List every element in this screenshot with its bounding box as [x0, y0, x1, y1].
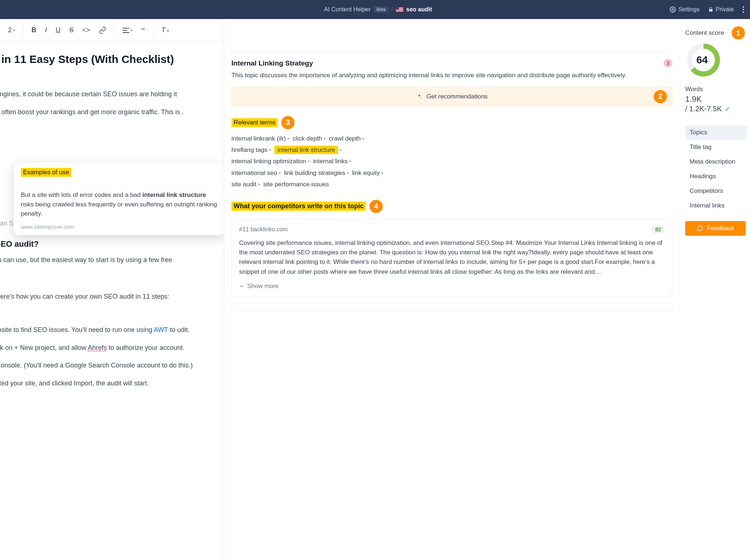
content-score-label: Content score — [685, 29, 724, 37]
term[interactable]: internal linkrank (ilr) — [231, 135, 286, 142]
paragraph: ell in search engines, it could be becau… — [0, 89, 224, 100]
sidebar-item-meta-description[interactable]: Meta description — [685, 154, 747, 169]
sidebar-item-competitors[interactable]: Competitors — [685, 184, 747, 198]
annotation-badge-2: 2 — [654, 90, 667, 103]
paragraph: Google, selected your site, and clicked … — [0, 378, 224, 389]
popover-label: Examples of use — [21, 168, 71, 177]
annotation-badge-3: 3 — [281, 116, 294, 129]
relevant-terms-header: Relevant terms 3 — [231, 116, 672, 129]
term[interactable]: hreflang tags — [231, 146, 267, 153]
sidebar-nav: Topics Title tag Meta description Headin… — [685, 125, 750, 213]
term[interactable]: internal linking optimization — [231, 158, 306, 165]
example-source: www.siteimprove.com — [21, 224, 218, 230]
caret-down-icon: ▾ — [131, 28, 133, 32]
chevron-down-icon — [239, 284, 244, 289]
heading: ? — [0, 126, 224, 139]
clear-format-button[interactable]: Tx — [158, 23, 173, 37]
document-title: O Audit in 11 Easy Steps (With Checklist… — [0, 51, 224, 68]
sidebar-item-headings[interactable]: Headings — [685, 169, 747, 184]
paragraph: ll optl prov — [0, 143, 224, 165]
example-text: But a site with lots of error codes and … — [21, 190, 218, 219]
term[interactable]: site audit — [231, 181, 256, 188]
feedback-label: Feedback — [707, 225, 734, 232]
keyword[interactable]: seo audit — [406, 6, 432, 13]
toolbar-separator — [114, 25, 115, 36]
breadcrumb-slash: / — [391, 6, 393, 13]
private-button[interactable]: Private — [708, 6, 734, 13]
competitor-text: Covering site performance issues, intern… — [239, 238, 665, 277]
flag-icon — [396, 7, 403, 12]
words-range: / 1.2K-7.5K ✓ — [685, 105, 750, 113]
paragraph: cans your website to find SEO issues. Yo… — [0, 325, 224, 335]
beta-pill: Beta — [374, 6, 389, 13]
bold-button[interactable]: B — [28, 23, 40, 37]
term[interactable]: link building strategies — [284, 169, 345, 176]
align-button[interactable]: ▾ — [119, 25, 136, 36]
underline-button[interactable]: U — [52, 23, 64, 37]
term[interactable]: internal links — [313, 158, 348, 165]
competitors-header: What your competitors write on this topi… — [231, 200, 672, 213]
italic-button[interactable]: I — [41, 23, 51, 37]
relevant-terms-label: Relevant terms — [231, 118, 278, 127]
top-bar: AI Content Helper Beta / seo audit Setti… — [0, 0, 750, 19]
feedback-button[interactable]: Feedback — [685, 221, 746, 236]
private-label: Private — [716, 6, 734, 13]
topic-header: Internal Linking Strategy 3 — [231, 51, 672, 68]
heading: dit — [0, 274, 224, 287]
annotation-badge-4: 4 — [370, 200, 383, 213]
byline: by Ryan Law — [0, 70, 224, 80]
competitor-source[interactable]: #11 backlinko.com — [239, 226, 288, 233]
terms-list: internal linkrank (ilr)• click depth• cr… — [231, 133, 672, 190]
link-button[interactable] — [95, 24, 110, 37]
term[interactable]: international seo — [231, 169, 277, 176]
strike-button[interactable]: S — [66, 23, 77, 37]
competitors-label: What your competitors write on this topi… — [231, 202, 366, 211]
term[interactable]: link equity — [352, 169, 380, 176]
show-more-button[interactable]: Show more — [239, 283, 665, 290]
toolbar-separator — [153, 25, 153, 36]
heading: ed for an SEO audit? — [0, 238, 224, 250]
heading-level-select[interactable]: 2▾ — [4, 23, 19, 37]
words-label: Words — [685, 86, 750, 93]
score-sidebar: Content score 1 64 Words 1.9K / 1.2K-7.5… — [680, 19, 750, 560]
settings-button[interactable]: Settings — [669, 6, 699, 13]
competitor-score: 82 — [651, 226, 665, 233]
paragraph: ogle Search Console. (You'll need a Goog… — [0, 360, 224, 371]
sidebar-item-title-tag[interactable]: Title tag — [685, 140, 747, 154]
more-menu-button[interactable] — [743, 6, 744, 13]
topbar-actions: Settings Private — [669, 6, 744, 13]
content-score-header: Content score 1 — [685, 26, 750, 40]
toolbar-separator — [23, 25, 23, 36]
svg-point-0 — [672, 9, 674, 11]
examples-popover: Examples of use But a site with lots of … — [13, 162, 224, 235]
sidebar-item-internal-links[interactable]: Internal links — [685, 198, 747, 213]
topic-description: This topic discusses the importance of a… — [231, 71, 672, 80]
term[interactable]: site performance issues — [263, 181, 329, 188]
topic-pane: Internal Linking Strategy 3 This topic d… — [224, 19, 680, 560]
paragraph: Site Audit, click on + New project, and … — [0, 343, 224, 353]
editor-pane: 2▾ B I U S <> ▾ “ Tx O Audit in 11 Easy … — [0, 19, 224, 560]
get-recommendations-button[interactable]: Get recommendations 2 — [231, 87, 672, 107]
code-button[interactable]: <> — [79, 23, 94, 37]
topic-count-badge: 3 — [664, 59, 672, 68]
paragraph: sues, you can often boost your rankings … — [0, 107, 224, 117]
words-count: 1.9K — [685, 94, 750, 104]
annotation-badge-1: 1 — [732, 26, 745, 40]
sidebar-item-topics[interactable]: Topics — [685, 125, 747, 140]
rec-label: Get recommendations — [426, 93, 487, 100]
paragraph: audit tools you can use, but the easiest… — [0, 255, 224, 265]
chat-icon — [697, 225, 703, 232]
competitor-card: #11 backlinko.com 82 Covering site perfo… — [231, 219, 672, 297]
highlighted-term[interactable]: internal link structure — [274, 146, 338, 154]
gear-icon — [669, 6, 676, 13]
caret-down-icon: ▾ — [13, 28, 15, 32]
subheading: ebsite — [0, 309, 224, 321]
term[interactable]: crawl depth — [329, 135, 361, 142]
link[interactable]: AWT — [154, 326, 168, 333]
term[interactable]: click depth — [293, 135, 322, 142]
content-score-value: 64 — [685, 43, 719, 77]
quote-button[interactable]: “ — [138, 23, 149, 38]
app-name: AI Content Helper — [324, 6, 371, 13]
check-icon: ✓ — [725, 105, 730, 113]
competitor-card — [231, 303, 672, 311]
